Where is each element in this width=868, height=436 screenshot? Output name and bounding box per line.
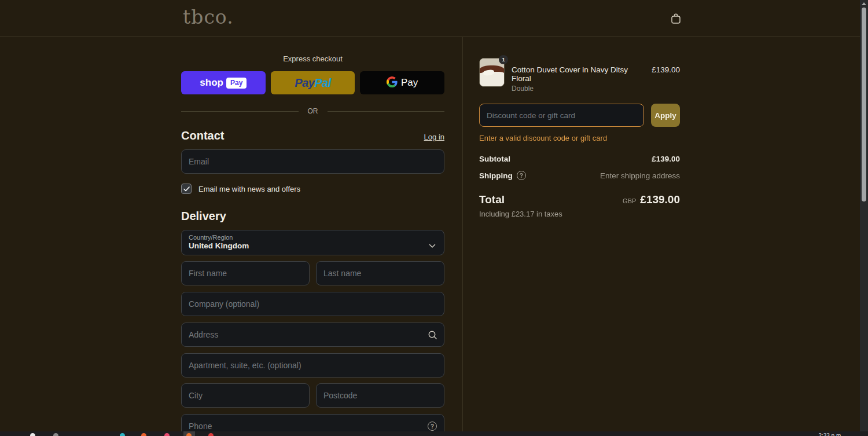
google-pay-button[interactable]: Pay [360, 71, 444, 94]
express-checkout-label: Express checkout [181, 54, 444, 63]
discount-error-message: Enter a valid discount code or gift card [479, 134, 680, 142]
os-taskbar[interactable]: 2:33 p.m. [0, 431, 868, 436]
company-field[interactable] [181, 292, 444, 316]
shipping-row: Shipping ? Enter shipping address [479, 171, 680, 180]
subtotal-value: £139.00 [652, 155, 680, 163]
express-checkout-buttons: shop Pay PayPal Pay [181, 71, 444, 94]
city-field[interactable] [181, 383, 310, 408]
shop-pay-badge: Pay [226, 78, 247, 89]
country-select-value: United Kingdom [189, 241, 437, 250]
taskbar-app-icon[interactable] [141, 433, 146, 436]
apply-discount-button[interactable]: Apply [651, 104, 680, 127]
taskbar-app-icon[interactable] [30, 433, 35, 436]
first-name-field[interactable] [181, 261, 310, 285]
shipping-value: Enter shipping address [600, 171, 680, 180]
shopping-bag-icon [669, 17, 683, 27]
search-icon [427, 329, 437, 340]
delivery-heading: Delivery [181, 210, 444, 223]
phone-help-icon[interactable]: ? [427, 421, 437, 431]
store-logo[interactable]: tbco. [183, 6, 234, 28]
checkmark-icon [183, 184, 190, 194]
paypal-button[interactable]: PayPal [271, 71, 355, 94]
product-title: Cotton Duvet Cover in Navy Ditsy Floral [512, 65, 645, 83]
scrollbar-thumb[interactable] [862, 8, 866, 201]
country-select-label: Country/Region [189, 234, 437, 241]
chevron-down-icon [429, 240, 436, 251]
taskbar-clock: 2:33 p.m. [818, 433, 843, 436]
total-value: £139.00 [640, 193, 680, 206]
checkout-header: tbco. [0, 0, 860, 37]
taskbar-app-icon[interactable] [186, 433, 192, 436]
google-pay-label: Pay [401, 77, 418, 89]
taskbar-app-icon[interactable] [208, 433, 214, 436]
browser-scrollbar[interactable] [860, 0, 868, 431]
apartment-field[interactable] [181, 353, 444, 378]
product-price: £139.00 [652, 58, 680, 93]
paypal-wordmark: PayPal [295, 76, 331, 90]
subtotal-row: Subtotal £139.00 [479, 155, 680, 163]
cart-button[interactable] [669, 12, 683, 25]
shop-pay-wordmark: shop [200, 77, 223, 89]
address-field[interactable] [181, 323, 444, 347]
tax-note: Including £23.17 in taxes [479, 210, 680, 218]
product-thumbnail: 1 [479, 58, 505, 87]
postcode-field[interactable] [316, 383, 444, 408]
currency-code: GBP [623, 197, 636, 204]
taskbar-app-icon[interactable] [53, 433, 58, 436]
login-link[interactable]: Log in [424, 133, 444, 141]
country-select[interactable]: Country/Region United Kingdom [181, 230, 444, 255]
newsletter-label: Email me with news and offers [198, 185, 300, 193]
total-label: Total [479, 193, 505, 206]
shipping-label: Shipping [479, 171, 513, 180]
product-variant: Double [512, 85, 645, 93]
taskbar-app-icon[interactable] [120, 433, 125, 436]
cart-line-item: 1 Cotton Duvet Cover in Navy Ditsy Flora… [479, 58, 680, 93]
or-divider: OR [181, 107, 444, 115]
quantity-badge: 1 [499, 55, 508, 64]
subtotal-label: Subtotal [479, 155, 510, 163]
taskbar-app-icon[interactable] [164, 433, 170, 436]
order-summary-column: 1 Cotton Duvet Cover in Navy Ditsy Flora… [463, 37, 860, 436]
scroll-up-arrow-icon[interactable] [862, 2, 866, 5]
contact-heading: Contact [181, 129, 224, 142]
shop-pay-button[interactable]: shop Pay [181, 71, 266, 94]
total-row: Total GBP £139.00 [479, 193, 680, 206]
shipping-help-icon[interactable]: ? [517, 171, 526, 180]
checkout-form-column: Express checkout shop Pay PayPal [0, 37, 463, 436]
discount-code-input[interactable] [479, 104, 644, 127]
email-field[interactable] [181, 149, 444, 174]
last-name-field[interactable] [316, 261, 444, 285]
google-g-icon [387, 76, 398, 89]
newsletter-checkbox[interactable] [181, 184, 192, 194]
